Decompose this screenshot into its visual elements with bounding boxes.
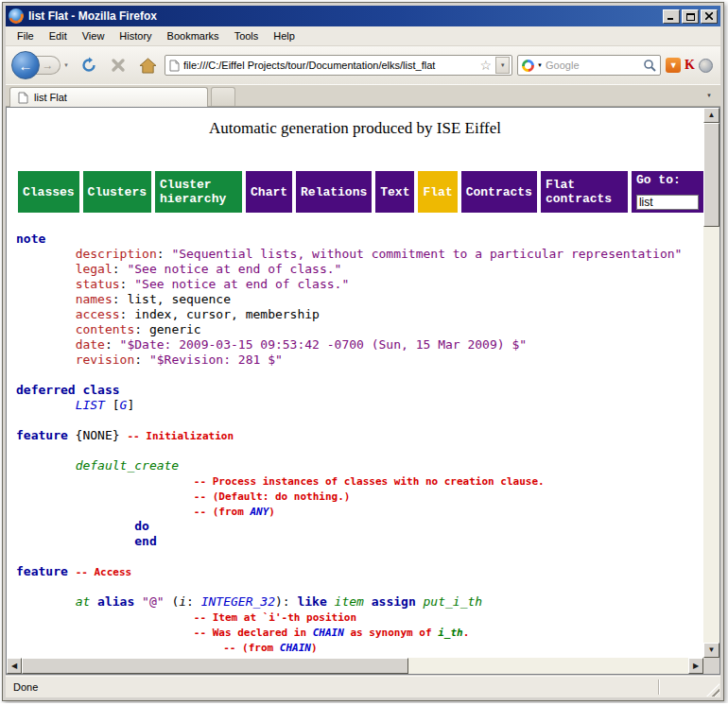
address-bar[interactable]: file:///C:/Eiffel Projects/tour/Document… [165,55,512,76]
scroll-up-button[interactable]: ▲ [703,108,719,123]
menu-item-view[interactable]: View [75,27,113,44]
kaspersky-addon-icon[interactable]: K [685,58,695,73]
chevron-down-icon: ▼ [706,93,712,98]
code-link-item[interactable]: item [335,594,364,609]
minimize-button[interactable] [663,9,680,24]
nav-button-flat[interactable]: Flat [418,171,457,213]
menu-item-tools[interactable]: Tools [227,27,267,44]
home-button[interactable] [135,53,160,77]
nav-button-classes[interactable]: Classes [18,171,79,213]
tab-list-dropdown-button[interactable]: ▼ [701,86,718,105]
code-link-at[interactable]: at [76,594,91,609]
menu-item-help[interactable]: Help [266,27,303,44]
goto-input[interactable] [636,195,699,210]
bookmark-star-icon[interactable]: ☆ [480,59,493,72]
code-link-default_create[interactable]: default_create [76,458,180,473]
code-segment [16,640,223,654]
code-line: legal: "See notice at end of class." [16,262,703,277]
menu-item-edit[interactable]: Edit [42,27,75,44]
vertical-scroll-thumb[interactable] [703,123,719,227]
code-line: do [16,519,703,534]
firefox-window: list Flat - Mozilla Firefox FileEditView… [2,2,724,701]
code-link-i_th[interactable]: i_th [438,627,463,639]
code-segment [16,307,76,321]
search-engine-dropdown-icon[interactable]: ▼ [537,62,543,68]
scroll-right-icon: ▶ [693,662,699,670]
scroll-down-button[interactable]: ▼ [703,643,719,658]
code-segment [327,594,335,609]
reload-button[interactable] [77,53,101,77]
window-title: list Flat - Mozilla Firefox [28,9,658,23]
code-segment: ) [269,506,275,518]
horizontal-scroll-thumb[interactable] [22,658,408,674]
vertical-scrollbar[interactable]: ▲ ▼ [703,108,719,658]
menu-item-history[interactable]: History [112,27,159,44]
nav-button-contracts[interactable]: Contracts [461,171,537,213]
url-dropdown-button[interactable]: ▼ [495,57,510,74]
scroll-left-button[interactable]: ◀ [7,658,22,674]
code-segment: -- Initialization [127,430,234,442]
scroll-right-button[interactable]: ▶ [688,658,703,674]
tab-stub[interactable] [211,87,235,106]
code-segment [16,625,194,639]
scroll-up-icon: ▲ [708,112,716,119]
code-link-integer_32[interactable]: INTEGER_32 [201,594,275,609]
history-dropdown-button[interactable]: ▼ [61,56,72,75]
address-url[interactable]: file:///C:/Eiffel Projects/tour/Document… [183,60,477,71]
code-line: -- (from CHAIN) [16,640,703,655]
forward-arrow-icon: → [43,59,54,72]
firefox-logo-icon [9,9,24,24]
code-segment: -- (Default: do nothing.) [194,490,351,503]
code-segment: "@" [142,594,164,609]
search-icon[interactable] [643,59,656,72]
nav-button-clusters[interactable]: Clusters [83,171,151,213]
code-link-chain[interactable]: CHAIN [280,642,311,654]
code-segment [364,594,372,609]
menu-item-bookmarks[interactable]: Bookmarks [160,27,227,44]
firefox-swirl-icon [9,9,24,24]
code-link-chain[interactable]: CHAIN [313,627,344,639]
code-link-list[interactable]: LIST [76,398,105,412]
code-segment: do [134,519,149,533]
code-segment [16,534,134,548]
tab-list-flat[interactable]: list Flat [9,87,208,107]
nav-button-text[interactable]: Text [375,171,414,213]
code-segment [134,594,142,609]
navigation-toolbar: ← → ▼ file:///C:/Eiffel Projects/tour/Do… [6,46,720,84]
title-bar: list Flat - Mozilla Firefox [6,6,720,26]
code-segment [16,473,194,488]
home-icon [139,58,157,74]
back-button[interactable]: ← [11,51,40,79]
menu-item-file[interactable]: File [9,27,42,44]
addon-icons: ▼ K [666,58,715,73]
code-segment: as synonym of [344,627,438,639]
close-button[interactable] [701,9,718,24]
horizontal-scroll-track[interactable] [22,658,688,674]
resize-grip[interactable] [706,683,719,696]
code-segment [16,277,76,291]
code-link-put_i_th[interactable]: put_i_th [424,594,483,609]
code-link-any[interactable]: ANY [250,506,269,518]
maximize-button[interactable] [682,9,699,24]
code-segment [16,398,76,412]
nav-button-flat-contracts[interactable]: Flat contracts [541,171,628,213]
code-segment [16,594,76,609]
stop-button[interactable] [106,53,130,77]
code-segment: i [179,594,186,609]
code-segment: deferred class [16,383,120,397]
code-segment: "$Revision: 281 $" [149,352,283,367]
doc-nav-row: ClassesClustersCluster hierarchyChartRel… [18,171,703,213]
horizontal-scrollbar[interactable]: ◀ ▶ [7,658,703,674]
code-segment: note [16,232,45,246]
page-title: Automatic generation produced by ISE Eif… [7,119,703,138]
addon-icon-misc[interactable] [699,59,713,73]
nav-button-relations[interactable]: Relations [296,171,372,213]
addon-icon-orange[interactable]: ▼ [666,58,681,73]
search-input[interactable]: Google [546,60,640,71]
search-box[interactable]: ▼ Google [517,55,661,76]
code-segment [16,337,76,352]
nav-button-chart[interactable]: Chart [246,171,292,213]
nav-button-cluster-hierarchy[interactable]: Cluster hierarchy [155,171,242,213]
code-line: -- (Default: do nothing.) [16,489,703,504]
vertical-scroll-track[interactable] [703,123,719,643]
